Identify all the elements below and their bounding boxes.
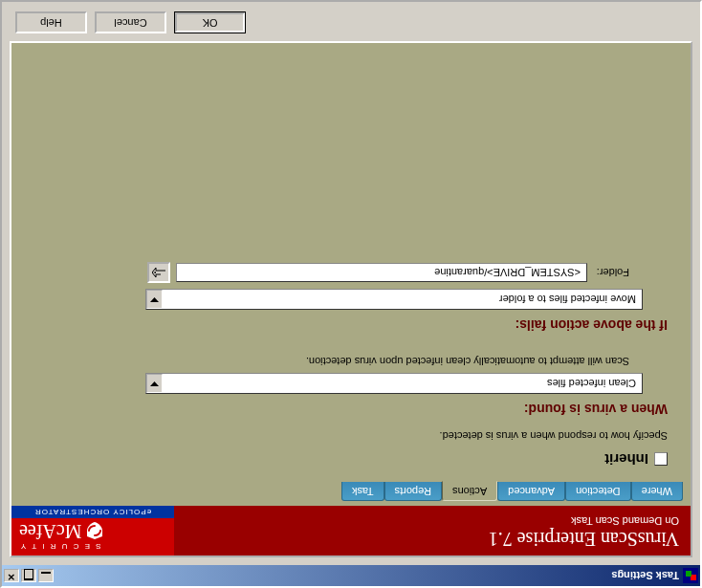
dialog-buttons: OK Cancel Help [10,10,692,41]
brand-row: McAfee [19,520,166,542]
help-button[interactable]: Help [15,11,87,33]
inherit-row: Inherit [34,451,668,468]
task-settings-window: Task Settings ✕ VirusScan Enterprise 7.1… [0,0,702,588]
chevron-down-icon [150,381,159,386]
tab-advanced[interactable]: Advanced [497,482,565,501]
maximize-button[interactable] [21,569,36,582]
when-found-title: When a virus is found: [34,402,668,417]
minimize-button[interactable] [38,569,54,582]
tab-where[interactable]: Where [631,482,683,501]
fails-title: If the above action fails: [34,317,668,333]
primary-action-drop-icon[interactable] [146,374,163,393]
cancel-button[interactable]: Cancel [95,11,166,33]
app-icon [683,568,698,583]
primary-action-desc: Scan will attempt to automatically clean… [34,356,629,367]
close-button[interactable]: ✕ [4,569,19,582]
intro-text: Specify how to respond when a virus is d… [34,430,668,442]
tab-task[interactable]: Task [341,482,384,501]
browse-button[interactable] [147,262,170,283]
folder-row: Folder: <SYSTEM_DRIVE>/quarantine [34,262,629,283]
browse-arrow-icon [152,267,165,278]
brand-name: McAfee [19,520,82,542]
chevron-down-icon [150,296,159,302]
folder-label: Folder: [587,267,629,278]
primary-action-value: Clean infected files [163,378,642,389]
epolicy-label: ePOLICY ORCHESTRATOR [11,506,174,518]
secondary-action-select[interactable]: Move infected files to a folder [145,289,643,310]
secondary-action-value: Move infected files to a folder [163,294,642,305]
window-title: Task Settings [55,570,679,581]
header-left: VirusScan Enterprise 7.1 On Demand Scan … [174,506,691,555]
tab-actions[interactable]: Actions [442,481,497,501]
inherit-label: Inherit [604,451,648,468]
ok-button[interactable]: OK [174,11,246,33]
header-right: S E C U R I T Y McAfee ePOLICY ORCHESTRA… [11,506,174,555]
security-label: S E C U R I T Y [19,542,166,551]
primary-action-select[interactable]: Clean infected files [145,373,643,394]
tab-strip: Where Detection Advanced Actions Reports… [11,483,691,506]
content-area: VirusScan Enterprise 7.1 On Demand Scan … [2,2,700,565]
secondary-action-drop-icon[interactable] [146,290,163,309]
folder-field[interactable]: <SYSTEM_DRIVE>/quarantine [176,263,587,282]
main-panel: VirusScan Enterprise 7.1 On Demand Scan … [10,41,692,557]
mcafee-shield-icon [86,523,103,540]
panel-header: VirusScan Enterprise 7.1 On Demand Scan … [11,506,691,555]
task-name: On Demand Scan Task [186,515,679,527]
tab-detection[interactable]: Detection [565,482,630,501]
tab-body: Inherit Specify how to respond when a vi… [11,43,691,483]
titlebar[interactable]: Task Settings ✕ [2,565,700,586]
inherit-checkbox[interactable] [654,453,668,467]
tab-reports[interactable]: Reports [384,482,443,501]
product-name: VirusScan Enterprise 7.1 [186,529,679,550]
